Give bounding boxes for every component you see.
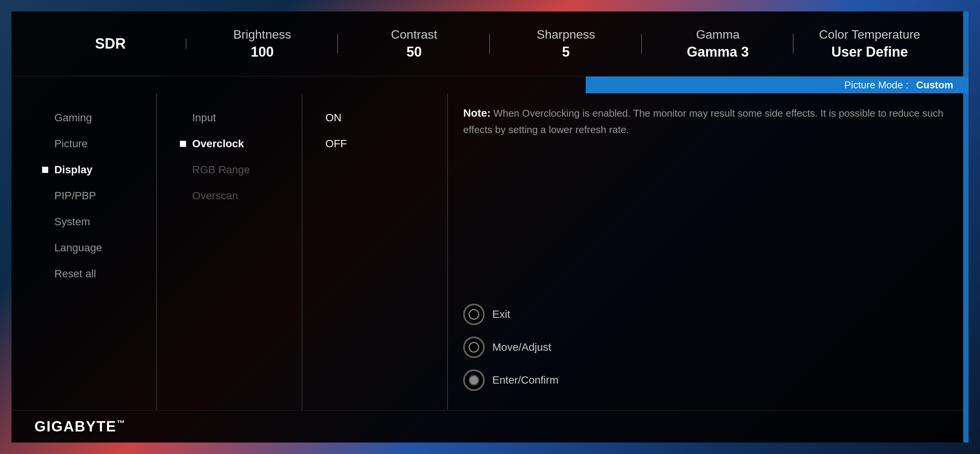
submenu-label-overclock: Overclock: [192, 138, 244, 150]
exit-label: Exit: [492, 308, 510, 321]
header-item-gamma: Gamma Gamma 3: [642, 28, 794, 60]
header-item-contrast: Contrast 50: [338, 28, 490, 60]
nav-label-pip: PIP/PBP: [54, 190, 96, 202]
nav-label-gaming: Gaming: [54, 112, 92, 124]
header-sharpness-value: 5: [562, 44, 570, 60]
nav-label-picture: Picture: [54, 138, 88, 150]
submenu-label-overscan: Overscan: [192, 190, 238, 202]
option-off-label: OFF: [325, 138, 347, 150]
picture-mode-value: Custom: [916, 79, 953, 91]
submenu-item-overclock[interactable]: Overclock: [172, 131, 302, 157]
header-item-color-temp: Color Temperature User Define: [794, 28, 946, 60]
osd-overlay: SDR Brightness 100 Contrast 50 Sharpness…: [11, 11, 969, 443]
nav-bullet-display: [42, 167, 48, 173]
header-contrast-value: 50: [407, 44, 422, 60]
header-brightness-label: Brightness: [233, 28, 291, 42]
picture-mode-label: Picture Mode :: [844, 79, 909, 91]
header-bar: SDR Brightness 100 Contrast 50 Sharpness…: [11, 11, 969, 76]
picture-mode-bar: Picture Mode : Custom: [11, 76, 969, 93]
move-adjust-icon: [463, 337, 485, 358]
submenu-bullet-overclock: [180, 141, 186, 147]
header-item-brightness: Brightness 100: [186, 28, 338, 60]
header-gamma-label: Gamma: [696, 28, 740, 42]
nav-bullet-pip: [42, 193, 48, 199]
nav-item-reset-all[interactable]: Reset all: [34, 261, 156, 287]
option-on[interactable]: ON: [318, 105, 447, 131]
scrollbar[interactable]: [963, 93, 969, 410]
brand-name: GIGABYTE™: [34, 418, 126, 434]
options-column: ON OFF: [302, 93, 448, 410]
submenu-item-rgb-range: RGB Range: [172, 157, 302, 183]
note-prefix: Note:: [463, 107, 491, 119]
nav-bullet-system: [42, 219, 48, 225]
nav-bullet-reset: [42, 271, 48, 277]
nav-bullet-picture: [42, 141, 48, 147]
header-item-sdr: SDR: [34, 36, 186, 52]
header-sharpness-label: Sharpness: [537, 28, 595, 42]
submenu-item-input[interactable]: Input: [172, 105, 302, 131]
move-label: Move/Adjust: [492, 341, 551, 353]
controls-area: Exit Move/Adjust Enter/Confirm: [463, 304, 953, 399]
header-brightness-value: 100: [251, 44, 274, 60]
content-area: Gaming Picture Display PIP/PBP System La…: [11, 93, 969, 410]
submenu-bullet-overscan: [180, 193, 186, 199]
submenu-column: Input Overclock RGB Range Overscan: [157, 93, 302, 410]
enter-label: Enter/Confirm: [492, 374, 559, 386]
nav-label-system: System: [54, 216, 90, 228]
nav-label-reset: Reset all: [54, 268, 96, 280]
brand-bar: GIGABYTE™: [11, 410, 969, 443]
nav-bullet-gaming: [42, 115, 48, 121]
submenu-label-input: Input: [192, 112, 216, 124]
exit-icon: [463, 304, 485, 325]
submenu-label-rgb: RGB Range: [192, 164, 250, 176]
header-contrast-label: Contrast: [391, 28, 437, 42]
header-sdr-label: SDR: [95, 36, 126, 52]
nav-item-display[interactable]: Display: [34, 157, 156, 183]
option-off[interactable]: OFF: [318, 131, 447, 157]
trademark-symbol: ™: [116, 418, 126, 428]
nav-item-pip-pbp[interactable]: PIP/PBP: [34, 183, 156, 209]
note-area: Note: When Overclocking is enabled. The …: [463, 105, 953, 138]
nav-item-picture[interactable]: Picture: [34, 131, 156, 157]
nav-item-system[interactable]: System: [34, 209, 156, 235]
nav-item-language[interactable]: Language: [34, 235, 156, 261]
info-column: Note: When Overclocking is enabled. The …: [448, 93, 969, 410]
control-enter: Enter/Confirm: [463, 369, 953, 391]
header-item-sharpness: Sharpness 5: [490, 28, 642, 60]
control-exit: Exit: [463, 304, 953, 325]
header-color-temp-label: Color Temperature: [819, 28, 920, 42]
submenu-bullet-input: [180, 115, 186, 121]
nav-item-gaming[interactable]: Gaming: [34, 105, 156, 131]
submenu-bullet-rgb: [180, 167, 186, 173]
note-body: When Overclocking is enabled. The monito…: [463, 107, 943, 135]
enter-confirm-icon: [463, 369, 485, 391]
header-color-temp-value: User Define: [831, 44, 908, 60]
option-on-label: ON: [325, 112, 341, 124]
control-move: Move/Adjust: [463, 337, 953, 358]
nav-bullet-language: [42, 245, 48, 251]
nav-label-display: Display: [54, 164, 93, 176]
submenu-item-overscan: Overscan: [172, 183, 302, 209]
nav-column: Gaming Picture Display PIP/PBP System La…: [11, 93, 157, 410]
nav-label-language: Language: [54, 242, 102, 254]
header-gamma-value: Gamma 3: [687, 44, 749, 60]
